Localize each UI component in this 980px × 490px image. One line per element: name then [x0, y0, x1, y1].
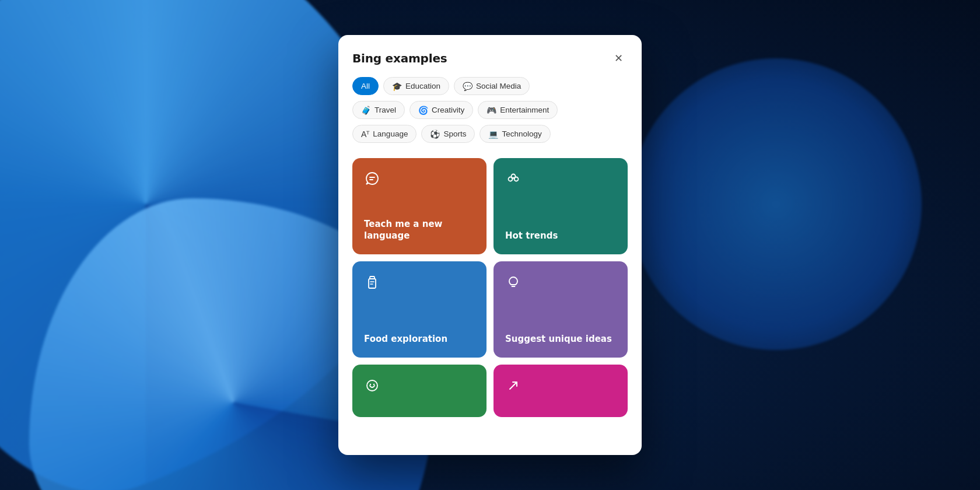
filters-section: All 🎓 Education 💬 Social Media 🧳 Travel … — [338, 77, 642, 158]
chip-creativity[interactable]: 🌀 Creativity — [410, 101, 473, 119]
travel-icon: 🧳 — [361, 106, 371, 114]
svg-point-5 — [367, 380, 377, 391]
modal-header: Bing examples ✕ — [338, 35, 642, 77]
close-button[interactable]: ✕ — [609, 49, 628, 68]
chip-travel[interactable]: 🧳 Travel — [352, 101, 405, 119]
filter-row-1: All 🎓 Education 💬 Social Media — [352, 77, 628, 95]
chip-language-label: Language — [373, 130, 408, 138]
svg-point-6 — [370, 384, 371, 385]
chip-entertainment-label: Entertainment — [500, 106, 549, 114]
chip-social-media-label: Social Media — [476, 82, 521, 90]
sports-icon: ⚽ — [430, 130, 440, 138]
svg-rect-4 — [369, 279, 376, 288]
chip-technology[interactable]: 💻 Technology — [480, 125, 550, 143]
technology-icon: 💻 — [488, 130, 498, 138]
suggest-ideas-icon — [505, 274, 616, 294]
chip-all[interactable]: All — [352, 77, 379, 95]
chip-technology-label: Technology — [502, 130, 541, 138]
chip-all-label: All — [361, 82, 370, 90]
cards-grid: Teach me a new language Hot trends — [352, 158, 628, 417]
creativity-icon: 🌀 — [418, 106, 428, 114]
chip-social-media[interactable]: 💬 Social Media — [454, 77, 530, 95]
modal-title: Bing examples — [352, 51, 447, 65]
entertainment-icon: 🎮 — [487, 106, 496, 114]
chip-sports[interactable]: ⚽ Sports — [421, 125, 475, 143]
card-partial-green[interactable] — [352, 365, 487, 417]
teach-language-icon — [364, 171, 475, 191]
partial-pink-icon — [505, 377, 616, 397]
chip-creativity-label: Creativity — [432, 106, 464, 114]
chip-entertainment[interactable]: 🎮 Entertainment — [478, 101, 558, 119]
chip-travel-label: Travel — [374, 106, 396, 114]
filter-row-3: Aᵀ Language ⚽ Sports 💻 Technology — [352, 125, 628, 143]
social-media-icon: 💬 — [463, 82, 473, 90]
food-exploration-label: Food exploration — [364, 334, 475, 345]
chip-education[interactable]: 🎓 Education — [383, 77, 449, 95]
teach-language-label: Teach me a new language — [364, 219, 475, 242]
suggest-ideas-label: Suggest unique ideas — [505, 334, 616, 345]
card-suggest-ideas[interactable]: Suggest unique ideas — [494, 261, 628, 358]
card-food-exploration[interactable]: Food exploration — [352, 261, 487, 358]
card-partial-pink[interactable] — [494, 365, 628, 417]
svg-point-7 — [373, 384, 374, 385]
hot-trends-label: Hot trends — [505, 230, 616, 242]
chip-education-label: Education — [405, 82, 440, 90]
card-teach-language[interactable]: Teach me a new language — [352, 158, 487, 254]
cards-section: Teach me a new language Hot trends — [338, 158, 642, 455]
education-icon: 🎓 — [392, 82, 402, 90]
card-hot-trends[interactable]: Hot trends — [494, 158, 628, 254]
language-icon: Aᵀ — [361, 130, 369, 138]
partial-green-icon — [364, 377, 475, 397]
food-exploration-icon — [364, 274, 475, 294]
chip-sports-label: Sports — [443, 130, 466, 138]
chip-language[interactable]: Aᵀ Language — [352, 125, 416, 143]
bing-examples-modal: Bing examples ✕ All 🎓 Education 💬 Social… — [338, 35, 642, 455]
hot-trends-icon — [505, 171, 616, 191]
filter-row-2: 🧳 Travel 🌀 Creativity 🎮 Entertainment — [352, 101, 628, 119]
